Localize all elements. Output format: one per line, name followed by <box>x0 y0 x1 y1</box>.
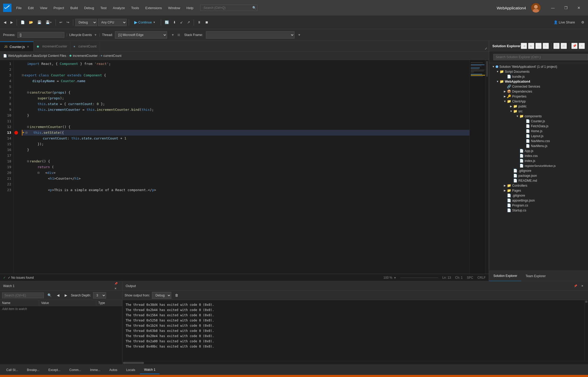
menu-test[interactable]: Test <box>98 5 109 11</box>
tree-startup-cs[interactable]: 📄 Startup.cs <box>489 208 588 213</box>
pause-button[interactable]: ⏸ <box>196 19 203 25</box>
tab-exceptions[interactable]: Except... <box>44 366 65 374</box>
tree-readme[interactable]: 📄 README.md <box>489 178 588 183</box>
maximize-button[interactable]: ❐ <box>560 4 572 12</box>
step-into-button[interactable]: ↙ <box>179 19 185 25</box>
tree-navmenu-js[interactable]: 📄 NavMenu.js <box>489 143 588 148</box>
restart-button[interactable]: 🔄 <box>163 19 170 25</box>
code-content[interactable]: import React, { Component } from 'react'… <box>19 60 469 274</box>
tree-dependencies[interactable]: ▶ 📦 Dependencies <box>489 89 588 94</box>
watch-back-button[interactable]: ◀ <box>55 292 61 298</box>
cpu-dropdown[interactable]: Any CPU <box>98 19 127 26</box>
se-close-button[interactable]: ✕ <box>579 43 585 49</box>
close-button[interactable]: ✕ <box>573 4 585 12</box>
se-views-button[interactable]: ⊞ <box>561 43 567 49</box>
tree-webapp4[interactable]: ▼ 📁 WebApplication4 <box>489 79 588 84</box>
tree-src[interactable]: ▼ 📁 src <box>489 109 588 114</box>
tree-properties[interactable]: ▶ 🔑 Properties <box>489 94 588 99</box>
tree-appsettings[interactable]: 📄 appsettings.json <box>489 198 588 203</box>
undo-button[interactable]: ↩ <box>58 19 64 25</box>
output-source-dropdown[interactable]: Debug Build <box>152 292 171 299</box>
menu-edit[interactable]: Edit <box>25 5 36 11</box>
tree-public[interactable]: ▶ 📁 public <box>489 104 588 109</box>
se-filter-button[interactable]: ☰ <box>553 43 560 49</box>
tree-app-js[interactable]: 📄 App.js <box>489 148 588 153</box>
tab-close-icon[interactable]: ✕ <box>27 45 29 48</box>
output-scrollbar[interactable] <box>584 300 588 361</box>
watch-close-button[interactable]: ✕ <box>113 286 118 291</box>
live-share-button[interactable]: 👤 Live Share <box>551 19 578 25</box>
process-input[interactable] <box>17 32 64 38</box>
se-tab-solution-explorer[interactable]: Solution Explorer <box>489 271 521 281</box>
menu-window[interactable]: Window <box>166 5 183 11</box>
tree-navmenu-css[interactable]: 📄 NavMenu.css <box>489 138 588 143</box>
se-forward-button[interactable]: ▶ <box>528 43 534 49</box>
continue-button[interactable]: ▶ Continue ▼ <box>131 19 159 26</box>
step-over-button[interactable]: ⬇ <box>172 19 177 25</box>
tab-autos[interactable]: Autos <box>105 366 121 374</box>
tab-increment-counter[interactable]: ⬟ incrementCounter <box>34 41 70 51</box>
watch-search-input[interactable] <box>2 293 44 298</box>
breadcrumb-1[interactable]: WebApplication4 JavaScript Content Files <box>8 54 66 58</box>
open-file-button[interactable]: 📂 <box>27 19 35 25</box>
debug-config-dropdown[interactable]: Debug Release <box>75 19 97 26</box>
se-pin-button[interactable]: 📌 <box>571 43 578 49</box>
new-file-button[interactable]: 📄 <box>19 19 26 25</box>
tree-program-cs[interactable]: 📄 Program.cs <box>489 203 588 208</box>
stack-frame-dropdown[interactable] <box>206 31 295 39</box>
se-home-button[interactable]: ⌂ <box>535 43 542 49</box>
output-hscroll-thumb[interactable] <box>123 362 144 364</box>
tree-index-js[interactable]: 📄 index.js <box>489 158 588 163</box>
breadcrumb-3[interactable]: currentCount <box>103 54 121 58</box>
tree-bundle-js[interactable]: 📄 bundle.js <box>489 74 588 79</box>
tab-watch-1[interactable]: Watch 1 <box>140 366 160 374</box>
tree-counter-js[interactable]: 📄 Counter.js <box>489 119 588 124</box>
menu-debug[interactable]: Debug <box>82 5 97 11</box>
tree-components[interactable]: ▼ 📁 components <box>489 114 588 119</box>
save-all-button[interactable]: 💾+ <box>44 19 53 25</box>
watch-add-item[interactable]: Add item to watch <box>0 306 122 312</box>
output-close-button[interactable]: ✕ <box>580 283 585 288</box>
tree-solution[interactable]: ▼ ⬢ Solution 'WebApplication4' (1 of 1 p… <box>489 64 588 69</box>
output-clear-button[interactable]: 🗑 <box>173 292 180 298</box>
output-hscrollbar[interactable] <box>123 361 588 364</box>
tab-locals[interactable]: Locals <box>122 366 139 374</box>
tab-breakpoints[interactable]: Breakp... <box>23 366 44 374</box>
tab-call-stack[interactable]: Call St... <box>2 366 22 374</box>
forward-button[interactable]: ▶ <box>9 19 15 25</box>
tree-package-json[interactable]: 📄 package.json <box>489 173 588 178</box>
menu-tools[interactable]: Tools <box>128 5 142 11</box>
thread-dropdown[interactable]: [1] Microsoft Edge <box>115 31 167 39</box>
tree-clientapp[interactable]: ▼ 📁 ClientApp <box>489 99 588 104</box>
tree-connected-services[interactable]: 🔗 Connected Services <box>489 84 588 89</box>
tree-rsw-js[interactable]: 📄 registerServiceWorker.js <box>489 163 588 168</box>
se-tab-team-explorer[interactable]: Team Explorer <box>521 271 550 281</box>
tree-gitignore-ca[interactable]: 📄 .gitignore <box>489 168 588 173</box>
depth-dropdown[interactable]: 3 <box>93 292 106 299</box>
watch-forward-button[interactable]: ▶ <box>63 292 69 298</box>
tab-counter-js[interactable]: JS Counter.js ✕ <box>0 41 34 51</box>
menu-extensions[interactable]: Extensions <box>143 5 164 11</box>
tab-current-count[interactable]: ≡ currentCount <box>71 41 100 51</box>
scroll-thumb[interactable] <box>486 61 488 77</box>
tree-index-css[interactable]: 📄 index.css <box>489 153 588 158</box>
tree-controllers[interactable]: ▶ 📁 Controllers <box>489 183 588 188</box>
avatar[interactable] <box>531 3 541 13</box>
se-search-input[interactable] <box>493 54 588 60</box>
output-scroll-thumb[interactable] <box>585 301 587 303</box>
code-editor[interactable]: 1 2 3 4 5 6 7 8 9 10 11 12 13 14 15 16 1 <box>0 60 489 274</box>
se-back-button[interactable]: ◀ <box>521 43 527 49</box>
breadcrumb-2[interactable]: incrementCounter <box>73 54 97 58</box>
output-pin-button[interactable]: 📌 <box>572 283 579 288</box>
expand-editor-button[interactable]: ⤢ <box>483 46 489 51</box>
menu-project[interactable]: Project <box>51 5 66 11</box>
tree-gitignore-root[interactable]: 📄 .gitignore <box>489 193 588 198</box>
tree-layout-js[interactable]: 📄 Layout.js <box>489 133 588 138</box>
editor-scrollbar[interactable] <box>485 60 489 274</box>
step-out-button[interactable]: ↗ <box>186 19 192 25</box>
redo-button[interactable]: ↪ <box>65 19 71 25</box>
tree-home-js[interactable]: 📄 Home.js <box>489 129 588 133</box>
back-button[interactable]: ◀ <box>2 19 8 25</box>
menu-analyze[interactable]: Analyze <box>110 5 127 11</box>
stop-button[interactable]: ⏹ <box>204 19 210 25</box>
